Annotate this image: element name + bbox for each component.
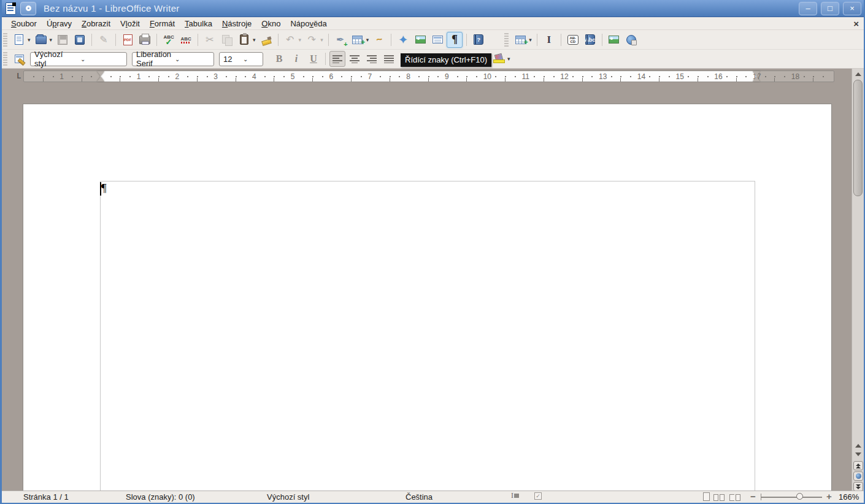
menu-vlozit[interactable]: Vložit	[115, 18, 145, 29]
ruler-half-tick	[813, 78, 813, 82]
open-button[interactable]	[33, 32, 49, 48]
status-page-number[interactable]: Stránka 1 / 1	[23, 492, 69, 502]
undo-dropdown[interactable]: ▾	[299, 37, 302, 43]
toolbar-drag-handle[interactable]	[504, 33, 509, 47]
navigator-button[interactable]: ✦	[395, 32, 411, 48]
print-button[interactable]	[137, 32, 153, 48]
save-button[interactable]	[55, 32, 71, 48]
toolbar-separator	[391, 34, 391, 46]
close-document-icon[interactable]: ×	[853, 18, 859, 29]
right-indent-marker[interactable]	[753, 71, 760, 82]
italic-button[interactable]: i	[288, 51, 304, 67]
book-view-button[interactable]	[729, 492, 742, 503]
zoom-slider-track[interactable]	[761, 497, 822, 498]
font-name-combobox[interactable]: Liberation Serif ⌄	[132, 52, 214, 66]
font-size-combobox[interactable]: 12 ⌄	[219, 52, 263, 66]
multi-page-view-button[interactable]	[713, 492, 726, 503]
document-workspace[interactable]: ¶	[2, 85, 852, 491]
ruler-number: 18	[791, 72, 799, 81]
auto-spellcheck-button[interactable]: ABC	[178, 32, 194, 48]
single-page-view-button[interactable]	[703, 492, 711, 503]
menu-napoveda[interactable]: Nápověda	[285, 18, 331, 29]
insert-table-dropdown-2[interactable]: ▾	[529, 37, 532, 43]
media-player-button[interactable]	[623, 32, 639, 48]
highlight-color-dropdown[interactable]: ▾	[507, 56, 510, 62]
previous-page-button[interactable]	[853, 461, 863, 470]
scroll-up-button[interactable]	[853, 70, 863, 78]
hyphenation-button[interactable]: AB-CD	[565, 32, 581, 48]
zoom-level[interactable]: 166%	[839, 492, 859, 502]
bold-button[interactable]: B	[271, 51, 287, 67]
standard-toolbar: ▾ ▾ ✎ PDF ABC✓ ABC ✂ ▾ ↶ ▾ ↷ ▾ ✒ + + ▾ ~…	[2, 30, 864, 50]
menu-tabulka[interactable]: Tabulka	[180, 18, 217, 29]
edit-button[interactable]: ✎	[96, 32, 112, 48]
ruler-tick	[428, 76, 429, 77]
formatting-marks-button[interactable]: ¶	[447, 32, 463, 48]
menu-upravy[interactable]: Úpravy	[42, 18, 77, 29]
horizontal-ruler-strip[interactable]: 1234567891011121314151617118	[23, 71, 834, 82]
ruler-tick	[582, 76, 583, 77]
close-button[interactable]: ×	[843, 2, 861, 15]
new-document-dropdown[interactable]: ▾	[28, 37, 31, 43]
align-center-button[interactable]	[347, 51, 363, 67]
paste-dropdown[interactable]: ▾	[253, 37, 256, 43]
gallery-button[interactable]	[606, 32, 622, 48]
zoom-out-button[interactable]: −	[750, 491, 756, 502]
scrollbar-thumb[interactable]	[853, 80, 863, 196]
selection-mode-icon[interactable]: ✓	[534, 492, 542, 500]
ruler-tick	[322, 76, 323, 77]
toolbar-drag-handle[interactable]	[3, 52, 7, 66]
new-document-button[interactable]	[11, 32, 27, 48]
insert-image-button[interactable]	[412, 32, 428, 48]
document-page[interactable]: ¶	[23, 104, 832, 491]
toolbar-drag-handle[interactable]	[3, 33, 7, 47]
menu-okno[interactable]: Okno	[256, 18, 285, 29]
spelling-button[interactable]: ABC✓	[161, 32, 177, 48]
status-language[interactable]: Čeština	[406, 492, 433, 502]
insert-hyperlink-button[interactable]: ✒ +	[333, 32, 348, 48]
status-word-count[interactable]: Slova (znaky): 0 (0)	[126, 492, 195, 502]
insert-table-dropdown[interactable]: ▾	[366, 37, 369, 43]
zoom-slider-thumb[interactable]	[796, 493, 803, 500]
paste-button[interactable]	[236, 32, 252, 48]
insert-table-button[interactable]: +	[350, 32, 366, 48]
help-button[interactable]: ?	[471, 32, 486, 48]
styles-button[interactable]	[11, 51, 27, 67]
navigate-by-button[interactable]	[853, 472, 863, 481]
align-left-button[interactable]	[329, 51, 345, 67]
maximize-button[interactable]: □	[821, 2, 839, 15]
window-menu-button[interactable]	[20, 2, 36, 15]
status-page-style[interactable]: Výchozí styl	[267, 492, 309, 502]
open-dropdown[interactable]: ▾	[50, 37, 53, 43]
thesaurus-button[interactable]: Abc	[582, 32, 598, 48]
justify-button[interactable]	[381, 51, 397, 67]
align-left-icon	[333, 55, 342, 63]
clone-formatting-button[interactable]	[258, 32, 274, 48]
redo-button[interactable]: ↷	[304, 32, 320, 48]
scroll-down-button[interactable]	[853, 450, 863, 458]
vertical-scrollbar[interactable]	[852, 69, 864, 491]
highlight-color-button[interactable]	[491, 51, 507, 67]
left-indent-marker[interactable]	[97, 71, 104, 82]
copy-button[interactable]	[219, 32, 235, 48]
menu-soubor[interactable]: Soubor	[6, 18, 42, 29]
data-sources-button[interactable]	[429, 32, 445, 48]
edit-file-button[interactable]	[72, 32, 88, 48]
scroll-up-button-bottom[interactable]	[853, 441, 863, 449]
zoom-in-button[interactable]: +	[826, 491, 832, 502]
paragraph-style-combobox[interactable]: Výchozí styl ⌄	[30, 52, 127, 66]
minimize-button[interactable]: –	[799, 2, 817, 15]
underline-button[interactable]: U	[306, 51, 321, 67]
next-page-button[interactable]	[853, 482, 863, 491]
redo-dropdown[interactable]: ▾	[320, 37, 323, 43]
menu-format[interactable]: Formát	[145, 18, 180, 29]
cut-button[interactable]: ✂	[202, 32, 218, 48]
menu-nastroje[interactable]: Nástroje	[217, 18, 256, 29]
export-pdf-button[interactable]: PDF	[120, 32, 136, 48]
insert-text-frame-button[interactable]: I	[541, 32, 557, 48]
insert-table-button-2[interactable]: +	[512, 32, 528, 48]
undo-button[interactable]: ↶	[282, 32, 298, 48]
menu-zobrazit[interactable]: Zobrazit	[77, 18, 115, 29]
align-right-button[interactable]	[364, 51, 380, 67]
show-draw-functions-button[interactable]: ~	[371, 32, 387, 48]
